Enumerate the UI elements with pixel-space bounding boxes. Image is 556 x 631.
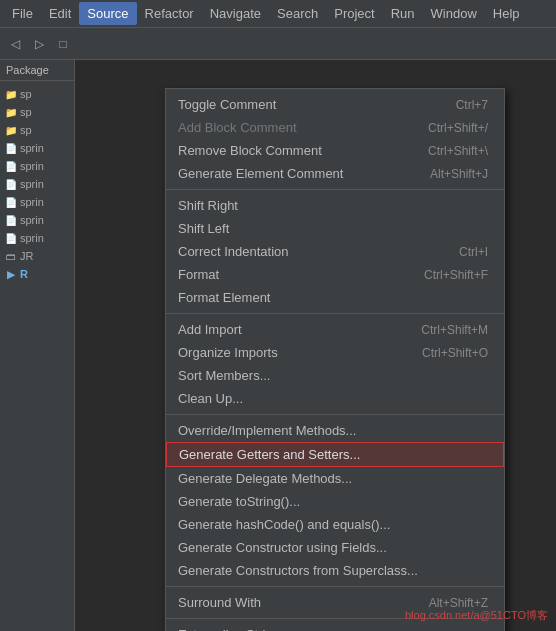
menu-override-implement[interactable]: Override/Implement Methods... <box>166 419 504 442</box>
menu-toggle-comment[interactable]: Toggle Comment Ctrl+7 <box>166 93 504 116</box>
list-item[interactable]: 🗃 JR <box>0 247 74 265</box>
menu-generate-delegate-methods[interactable]: Generate Delegate Methods... <box>166 467 504 490</box>
menu-format-element[interactable]: Format Element <box>166 286 504 309</box>
toolbar-btn-1[interactable]: ◁ <box>4 33 26 55</box>
toolbar-btn-2[interactable]: ▷ <box>28 33 50 55</box>
folder-icon: ▶ <box>4 267 18 281</box>
menu-file[interactable]: File <box>4 2 41 25</box>
menu-edit[interactable]: Edit <box>41 2 79 25</box>
main-area: Package 📁 sp 📁 sp 📁 sp 📄 sprin 📄 sprin <box>0 60 556 631</box>
menu-correct-indentation[interactable]: Correct Indentation Ctrl+I <box>166 240 504 263</box>
tree-area: 📁 sp 📁 sp 📁 sp 📄 sprin 📄 sprin 📄 spr <box>0 81 74 287</box>
folder-icon: 📁 <box>4 105 18 119</box>
menu-generate-constructor-fields[interactable]: Generate Constructor using Fields... <box>166 536 504 559</box>
watermark: blog.csdn.net/a@51CTO博客 <box>405 608 548 623</box>
list-item[interactable]: 📄 sprin <box>0 175 74 193</box>
separator-3 <box>166 414 504 415</box>
menu-clean-up[interactable]: Clean Up... <box>166 387 504 410</box>
menu-help[interactable]: Help <box>485 2 528 25</box>
panel-header: Package <box>0 60 74 81</box>
jar-icon: 🗃 <box>4 249 18 263</box>
toolbar: ◁ ▷ □ <box>0 28 556 60</box>
menu-add-import[interactable]: Add Import Ctrl+Shift+M <box>166 318 504 341</box>
list-item[interactable]: ▶ R <box>0 265 74 283</box>
left-panel: Package 📁 sp 📁 sp 📁 sp 📄 sprin 📄 sprin <box>0 60 75 631</box>
menu-navigate[interactable]: Navigate <box>202 2 269 25</box>
source-dropdown-menu: Toggle Comment Ctrl+7 Add Block Comment … <box>165 88 505 631</box>
list-item[interactable]: 📄 sprin <box>0 139 74 157</box>
menu-shift-left[interactable]: Shift Left <box>166 217 504 240</box>
folder-icon: 📁 <box>4 123 18 137</box>
file-icon: 📄 <box>4 195 18 209</box>
list-item[interactable]: 📄 sprin <box>0 229 74 247</box>
list-item[interactable]: 📁 sp <box>0 121 74 139</box>
menu-generate-tostring[interactable]: Generate toString()... <box>166 490 504 513</box>
menu-refactor[interactable]: Refactor <box>137 2 202 25</box>
toolbar-btn-3[interactable]: □ <box>52 33 74 55</box>
menu-add-block-comment: Add Block Comment Ctrl+Shift+/ <box>166 116 504 139</box>
separator-4 <box>166 586 504 587</box>
menu-window[interactable]: Window <box>423 2 485 25</box>
menu-shift-right[interactable]: Shift Right <box>166 194 504 217</box>
file-icon: 📄 <box>4 159 18 173</box>
menu-sort-members[interactable]: Sort Members... <box>166 364 504 387</box>
menu-organize-imports[interactable]: Organize Imports Ctrl+Shift+O <box>166 341 504 364</box>
menu-run[interactable]: Run <box>383 2 423 25</box>
menu-remove-block-comment[interactable]: Remove Block Comment Ctrl+Shift+\ <box>166 139 504 162</box>
file-icon: 📄 <box>4 213 18 227</box>
menu-source[interactable]: Source <box>79 2 136 25</box>
list-item[interactable]: 📁 sp <box>0 103 74 121</box>
menu-generate-element-comment[interactable]: Generate Element Comment Alt+Shift+J <box>166 162 504 185</box>
file-icon: 📄 <box>4 141 18 155</box>
menu-format[interactable]: Format Ctrl+Shift+F <box>166 263 504 286</box>
list-item[interactable]: 📁 sp <box>0 85 74 103</box>
menu-project[interactable]: Project <box>326 2 382 25</box>
file-icon: 📄 <box>4 231 18 245</box>
menu-externalize-strings[interactable]: Externalize Strings... <box>166 623 504 631</box>
menu-generate-getters-setters[interactable]: Generate Getters and Setters... <box>166 442 504 467</box>
file-icon: 📄 <box>4 177 18 191</box>
list-item[interactable]: 📄 sprin <box>0 211 74 229</box>
menu-search[interactable]: Search <box>269 2 326 25</box>
list-item[interactable]: 📄 sprin <box>0 157 74 175</box>
folder-icon: 📁 <box>4 87 18 101</box>
menu-generate-constructors-superclass[interactable]: Generate Constructors from Superclass... <box>166 559 504 582</box>
menubar: File Edit Source Refactor Navigate Searc… <box>0 0 556 28</box>
list-item[interactable]: 📄 sprin <box>0 193 74 211</box>
separator-2 <box>166 313 504 314</box>
editor-area: Toggle Comment Ctrl+7 Add Block Comment … <box>75 60 556 631</box>
menu-generate-hashcode-equals[interactable]: Generate hashCode() and equals()... <box>166 513 504 536</box>
separator-1 <box>166 189 504 190</box>
